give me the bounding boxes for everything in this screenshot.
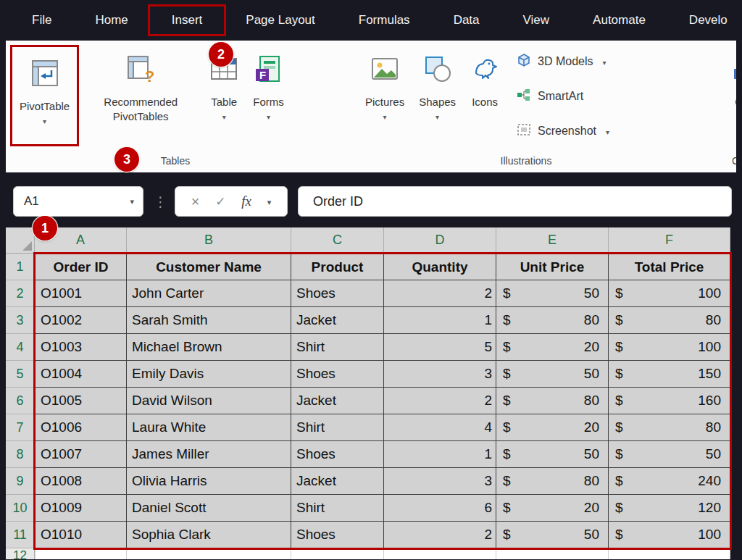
table-header-cell[interactable]: Customer Name <box>127 254 291 280</box>
cell[interactable] <box>127 548 291 559</box>
cell[interactable]: $80 <box>609 307 730 334</box>
tab-data[interactable]: Data <box>432 7 501 34</box>
cell[interactable]: Shirt <box>291 495 384 522</box>
column-header-e[interactable]: E <box>496 227 609 254</box>
tab-page-layout[interactable]: Page Layout <box>224 7 336 34</box>
row-header[interactable]: 7 <box>6 414 35 441</box>
cell[interactable]: O1006 <box>35 414 127 441</box>
cell[interactable]: 2 <box>384 388 496 414</box>
cell[interactable]: Shirt <box>291 334 384 361</box>
tab-view[interactable]: View <box>501 7 572 34</box>
select-all-corner[interactable] <box>6 227 35 254</box>
cell[interactable]: $80 <box>496 388 609 414</box>
cell[interactable]: Michael Brown <box>127 334 291 361</box>
cell[interactable]: Jacket <box>291 468 384 495</box>
cell[interactable]: O1010 <box>35 522 127 548</box>
table-header-cell[interactable]: Product <box>291 254 384 280</box>
smartart-button[interactable]: SmartArt <box>517 88 609 105</box>
cell[interactable] <box>384 548 496 559</box>
tab-home[interactable]: Home <box>73 7 149 34</box>
cell[interactable]: $160 <box>609 388 730 414</box>
cell[interactable]: $20 <box>496 414 609 441</box>
cell[interactable]: 3 <box>384 468 496 495</box>
cell[interactable]: $80 <box>496 468 609 495</box>
cell[interactable]: O1004 <box>35 361 127 388</box>
enter-check-icon[interactable]: ✓ <box>215 194 225 209</box>
cell[interactable]: $50 <box>496 522 609 548</box>
row-header[interactable]: 5 <box>6 361 35 388</box>
cell[interactable]: 2 <box>384 522 496 548</box>
cell[interactable]: O1007 <box>35 441 127 468</box>
cell[interactable] <box>291 548 384 559</box>
cell[interactable]: Jacket <box>291 307 384 334</box>
tab-developer-partial[interactable]: Develo <box>667 7 742 34</box>
formula-bar-input[interactable]: Order ID <box>298 186 732 217</box>
tab-automate[interactable]: Automate <box>571 7 667 34</box>
row-header[interactable]: 8 <box>6 441 35 468</box>
column-header-f[interactable]: F <box>609 227 730 254</box>
cell[interactable]: Shoes <box>291 280 384 307</box>
row-header[interactable]: 12 <box>6 548 35 559</box>
cell[interactable]: $20 <box>496 495 609 522</box>
tab-file[interactable]: File <box>10 7 73 34</box>
table-header-cell[interactable]: Quantity <box>384 254 496 280</box>
pictures-button[interactable]: Pictures ▾ <box>358 43 412 154</box>
cell[interactable]: Emily Davis <box>127 361 291 388</box>
table-header-cell[interactable]: Order ID <box>35 254 127 280</box>
cell[interactable]: 1 <box>384 307 496 334</box>
charts-button-partial[interactable]: Che <box>723 43 736 154</box>
table-header-cell[interactable]: Unit Price <box>496 254 609 280</box>
cell[interactable]: John Carter <box>127 280 291 307</box>
cell[interactable]: 3 <box>384 361 496 388</box>
cell[interactable]: O1008 <box>35 468 127 495</box>
cell[interactable]: $120 <box>609 495 730 522</box>
cell[interactable]: 4 <box>384 414 496 441</box>
table-header-cell[interactable]: Total Price <box>609 254 730 280</box>
row-header[interactable]: 6 <box>6 388 35 414</box>
cell[interactable]: $100 <box>609 522 730 548</box>
cell[interactable]: $50 <box>609 441 730 468</box>
cell[interactable]: 1 <box>384 441 496 468</box>
cell[interactable]: $100 <box>609 334 730 361</box>
cell[interactable]: 2 <box>384 280 496 307</box>
cell[interactable]: James Miller <box>127 441 291 468</box>
cancel-icon[interactable]: × <box>191 193 200 210</box>
cell[interactable]: $240 <box>609 468 730 495</box>
cell[interactable]: $100 <box>609 280 730 307</box>
row-header[interactable]: 3 <box>6 307 35 334</box>
column-header-c[interactable]: C <box>291 227 384 254</box>
3d-models-button[interactable]: 3D Models ▾ <box>517 53 609 70</box>
icons-button[interactable]: Icons <box>463 43 507 154</box>
cell[interactable] <box>496 548 609 559</box>
shapes-button[interactable]: Shapes ▾ <box>412 43 463 154</box>
screenshot-button[interactable]: Screenshot ▾ <box>517 122 609 140</box>
cell[interactable]: Olivia Harris <box>127 468 291 495</box>
cell[interactable]: O1001 <box>35 280 127 307</box>
cell[interactable]: $150 <box>609 361 730 388</box>
cell[interactable]: Shoes <box>291 441 384 468</box>
cell[interactable]: Shoes <box>291 522 384 548</box>
insert-function-icon[interactable]: fx <box>241 193 251 209</box>
row-header[interactable]: 4 <box>6 334 35 361</box>
cell[interactable] <box>609 548 730 559</box>
column-header-b[interactable]: B <box>127 227 291 254</box>
cell[interactable]: O1002 <box>35 307 127 334</box>
cell[interactable]: David Wilson <box>127 388 291 414</box>
row-header[interactable]: 10 <box>6 495 35 522</box>
cell[interactable]: O1009 <box>35 495 127 522</box>
cell[interactable] <box>35 548 127 559</box>
pivottable-button[interactable]: PivotTable ▾ <box>12 47 77 126</box>
cell[interactable]: $20 <box>496 334 609 361</box>
cell[interactable]: Jacket <box>291 388 384 414</box>
forms-button[interactable]: F Forms ▾ <box>246 43 291 154</box>
cell[interactable]: O1005 <box>35 388 127 414</box>
more-options-dots-icon[interactable]: ⋮ <box>154 193 167 210</box>
cell[interactable]: $80 <box>496 307 609 334</box>
cell[interactable]: $50 <box>496 280 609 307</box>
row-header[interactable]: 1 <box>6 254 35 280</box>
recommended-pivottables-button[interactable]: ? Recommended PivotTables <box>79 43 202 154</box>
tab-formulas[interactable]: Formulas <box>337 7 432 34</box>
cell[interactable]: O1003 <box>35 334 127 361</box>
cell[interactable]: Shoes <box>291 361 384 388</box>
row-header[interactable]: 11 <box>6 522 35 548</box>
